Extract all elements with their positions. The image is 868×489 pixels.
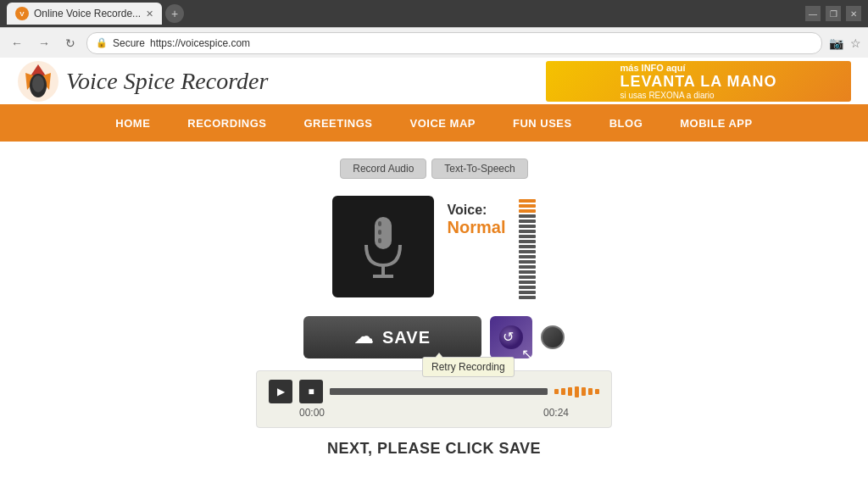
svg-point-5 xyxy=(32,75,44,92)
nav-greetings[interactable]: GREETINGS xyxy=(285,104,391,142)
level-bar-2 xyxy=(519,204,536,208)
minimize-button[interactable]: — xyxy=(805,6,821,21)
browser-chrome: V Online Voice Recorde... ✕ + — ❐ ✕ ← → … xyxy=(0,0,868,58)
text-to-speech-tab[interactable]: Text-To-Speech xyxy=(431,158,527,179)
vol-bar-6 xyxy=(588,388,593,395)
time-end: 00:24 xyxy=(543,407,569,419)
click-save-instruction: NEXT, PLEASE CLICK SAVE xyxy=(327,440,541,458)
url-text: https://voicespice.com xyxy=(150,37,250,49)
window-controls: — ❐ ✕ xyxy=(805,6,861,21)
site-header: Voice Spice Recorder más INFO aquí LEVAN… xyxy=(0,58,868,104)
url-bar[interactable]: 🔒 Secure https://voicespice.com xyxy=(86,32,822,54)
svg-rect-10 xyxy=(378,230,381,235)
address-bar: ← → ↻ 🔒 Secure https://voicespice.com 📷 … xyxy=(0,27,868,58)
microphone-display xyxy=(332,196,434,297)
secure-icon: 🔒 xyxy=(96,37,108,48)
nav-blog[interactable]: BLOG xyxy=(591,104,662,142)
level-bar-5 xyxy=(519,219,536,223)
vol-bar-2 xyxy=(561,388,565,395)
save-label: SAVE xyxy=(382,328,431,347)
level-bar-15 xyxy=(519,270,536,274)
level-bar-6 xyxy=(519,225,536,228)
progress-fill xyxy=(330,388,548,395)
main-content: Record Audio Text-To-Speech xyxy=(0,142,868,458)
time-start: 00:00 xyxy=(299,407,325,419)
volume-knob[interactable] xyxy=(541,325,565,349)
level-bar-4 xyxy=(519,214,536,218)
ad-line3: si usas REXONA a diario xyxy=(620,91,777,100)
page-content: Voice Spice Recorder más INFO aquí LEVAN… xyxy=(0,58,868,489)
volume-slider[interactable] xyxy=(554,386,599,397)
level-bar-7 xyxy=(519,230,536,233)
site-logo xyxy=(17,60,59,103)
level-bar-18 xyxy=(519,286,536,289)
browser-toolbar-icons: 📷 ☆ xyxy=(829,36,861,50)
playback-controls: ▶ ■ xyxy=(269,380,599,403)
level-bar-3 xyxy=(519,209,536,213)
level-bar-19 xyxy=(519,291,536,294)
time-row: 00:00 00:24 xyxy=(269,407,599,419)
record-audio-tab[interactable]: Record Audio xyxy=(340,158,426,179)
level-bar-11 xyxy=(519,250,536,253)
back-button[interactable]: ← xyxy=(7,35,27,52)
retry-button[interactable]: ↺ ↖ xyxy=(490,316,532,358)
tab-close-button[interactable]: ✕ xyxy=(146,8,153,19)
level-bar-10 xyxy=(519,245,536,248)
ad-line1: más INFO aquí xyxy=(620,63,777,73)
retry-icon: ↺ xyxy=(498,325,524,350)
level-bar-14 xyxy=(519,265,536,269)
title-bar: V Online Voice Recorde... ✕ + — ❐ ✕ xyxy=(0,0,868,27)
play-button[interactable]: ▶ xyxy=(269,380,292,403)
ad-banner[interactable]: más INFO aquí LEVANTA LA MANO si usas RE… xyxy=(546,61,851,102)
level-bar-17 xyxy=(519,281,536,284)
nav-fun-uses[interactable]: FUN USES xyxy=(494,104,591,142)
level-bar-8 xyxy=(519,235,536,238)
browser-tab[interactable]: V Online Voice Recorde... ✕ xyxy=(7,3,162,25)
tab-buttons: Record Audio Text-To-Speech xyxy=(340,158,527,179)
site-title: Voice Spice Recorder xyxy=(66,68,268,95)
forward-button[interactable]: → xyxy=(34,35,54,52)
nav-home[interactable]: HOME xyxy=(97,104,169,142)
level-bar-20 xyxy=(519,296,536,299)
secure-label: Secure xyxy=(113,37,145,49)
logo-area: Voice Spice Recorder xyxy=(17,60,268,103)
nav-recordings[interactable]: RECORDINGS xyxy=(169,104,285,142)
nav-voice-map[interactable]: VOICE MAP xyxy=(392,104,494,142)
retry-tooltip: Retry Recording xyxy=(422,357,515,377)
vol-bar-7 xyxy=(595,389,599,394)
svg-rect-11 xyxy=(378,238,381,243)
restore-button[interactable]: ❐ xyxy=(826,6,841,21)
cloud-save-icon: ☁ xyxy=(354,326,374,348)
playback-container: ▶ ■ 00:00 00:24 xyxy=(256,370,612,428)
close-button[interactable]: ✕ xyxy=(846,6,861,21)
action-area: ☁ SAVE ↺ xyxy=(303,308,565,358)
microphone-icon xyxy=(358,213,409,281)
save-button[interactable]: ☁ SAVE xyxy=(303,316,481,358)
stop-button[interactable]: ■ xyxy=(299,380,323,403)
svg-rect-6 xyxy=(375,217,392,249)
vol-bar-5 xyxy=(581,387,586,396)
level-bar-13 xyxy=(519,260,536,264)
ad-line2: LEVANTA LA MANO xyxy=(620,73,777,91)
svg-rect-9 xyxy=(378,221,381,226)
svg-text:↺: ↺ xyxy=(503,330,514,344)
voice-value: Normal xyxy=(448,218,506,237)
tab-title: Online Voice Recorde... xyxy=(34,8,141,19)
voice-info: Voice: Normal xyxy=(448,196,506,237)
level-bar-9 xyxy=(519,240,536,243)
bookmark-icon[interactable]: ☆ xyxy=(850,36,861,50)
nav-mobile-app[interactable]: MOBILE APP xyxy=(661,104,771,142)
nav-bar: HOME RECORDINGS GREETINGS VOICE MAP FUN … xyxy=(0,104,868,142)
level-meter xyxy=(519,196,536,299)
tab-favicon: V xyxy=(15,7,29,20)
level-bar-12 xyxy=(519,255,536,258)
cast-icon[interactable]: 📷 xyxy=(829,36,843,50)
vol-bar-4 xyxy=(575,386,579,397)
action-row: ☁ SAVE ↺ xyxy=(303,316,565,358)
vol-bar-1 xyxy=(554,389,559,394)
level-bar-16 xyxy=(519,275,536,279)
refresh-button[interactable]: ↻ xyxy=(61,35,80,52)
vol-bar-3 xyxy=(568,387,572,396)
progress-bar[interactable] xyxy=(330,388,548,395)
new-tab-button[interactable]: + xyxy=(165,4,184,23)
